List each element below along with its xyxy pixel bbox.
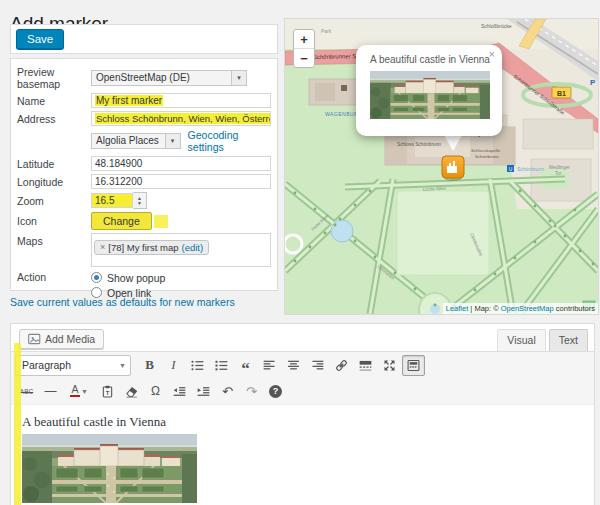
post-editor: Add Media Visual Text Paragraph▼ B I “ bbox=[10, 323, 595, 505]
name-input[interactable]: My first marker bbox=[91, 93, 271, 108]
clear-formatting-button[interactable] bbox=[120, 381, 143, 402]
basemap-value: OpenStreetMap (DE) bbox=[96, 71, 190, 85]
map-tag-text: [78] My first map bbox=[108, 242, 178, 253]
palace-label: Schloss Schönbrunn bbox=[397, 142, 441, 147]
action-label: Action bbox=[17, 271, 91, 283]
basemap-select[interactable]: OpenStreetMap (DE) ▾ bbox=[91, 70, 247, 86]
address-input[interactable]: Schloss Schönbrunn, Wien, Wien, Österrei… bbox=[91, 111, 271, 126]
editor-header: Add Media Visual Text bbox=[11, 324, 594, 351]
name-row: Name My first marker bbox=[17, 93, 271, 108]
remove-tag-icon[interactable]: × bbox=[100, 242, 105, 252]
zoom-label: Zoom bbox=[17, 195, 91, 207]
name-label: Name bbox=[17, 95, 91, 107]
parking-label: P bbox=[590, 78, 596, 87]
chevron-down-icon: ▾ bbox=[165, 134, 180, 148]
ubahn-icon: U bbox=[509, 166, 513, 172]
tab-text[interactable]: Text bbox=[549, 329, 588, 351]
geocoding-settings-link[interactable]: Geocoding settings bbox=[188, 129, 271, 153]
editor-toolbar-row2: ABC — A ▼ T Ω ↶ ↷ ? bbox=[11, 378, 594, 405]
format-select[interactable]: Paragraph▼ bbox=[15, 355, 131, 376]
tor-label-2: Tor bbox=[555, 171, 562, 176]
numbered-list-button[interactable] bbox=[210, 355, 233, 376]
map-zoom-control: + − bbox=[293, 29, 315, 68]
chevron-down-icon: ▼ bbox=[81, 388, 88, 395]
fullscreen-button[interactable] bbox=[378, 355, 401, 376]
special-character-button[interactable]: Ω bbox=[144, 381, 167, 402]
park-label: Park bbox=[321, 28, 332, 34]
leaflet-link[interactable]: Leaflet bbox=[446, 304, 469, 313]
italic-button[interactable]: I bbox=[162, 355, 185, 376]
horizontal-rule-button[interactable]: — bbox=[39, 381, 62, 402]
geocoder-row: Algolia Places ▾ Geocoding settings bbox=[17, 129, 271, 153]
redo-button[interactable]: ↷ bbox=[240, 381, 263, 402]
indent-button[interactable] bbox=[192, 381, 215, 402]
tab-visual[interactable]: Visual bbox=[497, 329, 545, 351]
icon-row: Icon Change bbox=[17, 212, 271, 230]
save-toolbar: Save bbox=[10, 24, 278, 54]
basemap-label: Preview basemap bbox=[17, 66, 91, 90]
map[interactable]: B1 bbox=[284, 18, 599, 315]
align-center-button[interactable] bbox=[282, 355, 305, 376]
blockquote-button[interactable]: “ bbox=[234, 358, 257, 379]
zoom-out-button[interactable]: − bbox=[294, 49, 314, 67]
popup-close-icon[interactable]: × bbox=[489, 48, 495, 60]
zoom-row: Zoom 16.5 ▲▼ bbox=[17, 192, 271, 209]
svg-text:T: T bbox=[106, 389, 110, 395]
outdent-button[interactable] bbox=[168, 381, 191, 402]
latitude-input[interactable]: 48.184900 bbox=[91, 156, 271, 171]
show-popup-label: Show popup bbox=[107, 272, 165, 284]
chevron-down-icon: ▾ bbox=[231, 71, 246, 85]
popup-title: A beautiful castle in Vienna bbox=[370, 54, 490, 65]
route-badge: B1 bbox=[552, 87, 571, 98]
maps-row: Maps × [78] My first map (edit) bbox=[17, 233, 271, 267]
map-marker-icon[interactable] bbox=[442, 156, 464, 181]
content-heading: A beautiful castle in Vienna bbox=[22, 414, 166, 430]
tor-label-1: Meidlinger bbox=[549, 165, 570, 170]
address-value: Schloss Schönbrunn, Wien, Wien, Österrei… bbox=[95, 113, 271, 124]
align-right-button[interactable] bbox=[306, 355, 329, 376]
map-attribution: Leaflet | Map: © OpenStreetMap contribut… bbox=[443, 303, 598, 314]
undo-button[interactable]: ↶ bbox=[216, 381, 239, 402]
edit-map-link[interactable]: (edit) bbox=[181, 242, 203, 253]
content-image[interactable] bbox=[22, 434, 197, 503]
change-icon-button[interactable]: Change bbox=[91, 212, 152, 230]
editor-toolbar-row1: Paragraph▼ B I “ bbox=[11, 351, 594, 378]
icon-label: Icon bbox=[17, 215, 91, 227]
text-color-button[interactable]: A ▼ bbox=[63, 381, 95, 402]
address-row: Address Schloss Schönbrunn, Wien, Wien, … bbox=[17, 111, 271, 126]
map-tag: × [78] My first map (edit) bbox=[94, 240, 209, 255]
media-icon bbox=[28, 333, 41, 345]
zoom-input[interactable]: 16.5 bbox=[91, 193, 133, 208]
more-tag-button[interactable] bbox=[354, 355, 377, 376]
save-defaults-link[interactable]: Save current values as defaults for new … bbox=[10, 296, 235, 308]
maps-box[interactable]: × [78] My first map (edit) bbox=[91, 233, 271, 267]
maps-label: Maps bbox=[17, 235, 91, 247]
bold-button[interactable]: B bbox=[138, 355, 161, 376]
basemap-row: Preview basemap OpenStreetMap (DE) ▾ bbox=[17, 66, 271, 90]
map-popup: × A beautiful castle in Vienna bbox=[356, 45, 502, 136]
highlight-mark bbox=[154, 215, 168, 228]
save-button[interactable]: Save bbox=[16, 29, 64, 49]
osm-link[interactable]: OpenStreetMap bbox=[501, 304, 554, 313]
add-media-button[interactable]: Add Media bbox=[19, 329, 104, 349]
latitude-row: Latitude 48.184900 bbox=[17, 156, 271, 171]
zoom-spinner[interactable]: ▲▼ bbox=[133, 192, 147, 209]
editor-content[interactable]: A beautiful castle in Vienna bbox=[11, 405, 594, 505]
paste-as-text-button[interactable]: T bbox=[96, 381, 119, 402]
longitude-input[interactable]: 16.312200 bbox=[91, 174, 271, 189]
longitude-row: Longitude 16.312200 bbox=[17, 174, 271, 189]
highlight-mark bbox=[14, 343, 21, 505]
link-button[interactable] bbox=[330, 355, 353, 376]
bridge-label: Schloßbrücke bbox=[481, 23, 512, 29]
svg-text:B1: B1 bbox=[557, 90, 566, 97]
bulleted-list-button[interactable] bbox=[186, 355, 209, 376]
chapel-label-2: Schönbrunn bbox=[475, 154, 499, 159]
zoom-in-button[interactable]: + bbox=[294, 30, 314, 49]
show-popup-radio[interactable] bbox=[91, 272, 102, 283]
align-left-button[interactable] bbox=[258, 355, 281, 376]
geocoder-select[interactable]: Algolia Places ▾ bbox=[91, 133, 181, 149]
toolbar-toggle-button[interactable] bbox=[402, 355, 425, 376]
help-button[interactable]: ? bbox=[264, 381, 287, 402]
chapel-label-1: Schlosskapelle bbox=[471, 148, 501, 153]
geocoder-value: Algolia Places bbox=[96, 134, 159, 148]
